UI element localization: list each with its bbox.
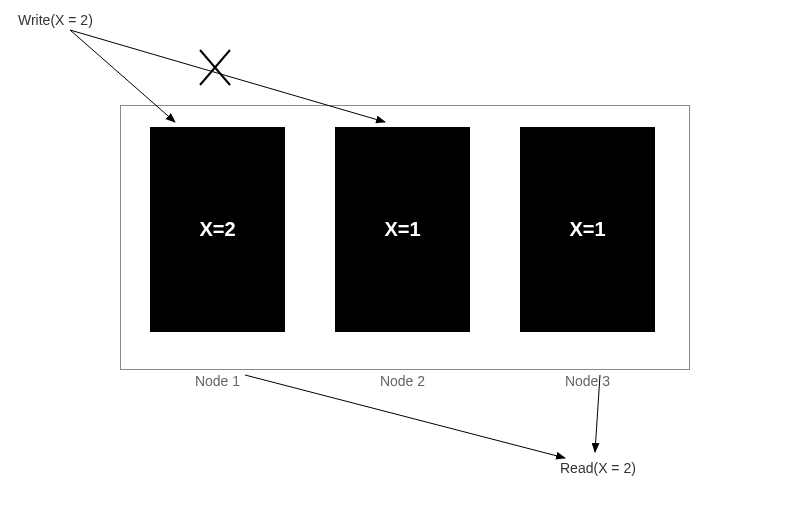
svg-line-3 xyxy=(200,50,230,85)
node-3-value: X=1 xyxy=(569,218,605,241)
read-label: Read(X = 2) xyxy=(560,460,636,476)
node-2-label: Node 2 xyxy=(335,373,470,389)
node-2-value: X=1 xyxy=(384,218,420,241)
write-label: Write(X = 2) xyxy=(18,12,93,28)
node-1: X=2 xyxy=(150,127,285,332)
node-3: X=1 xyxy=(520,127,655,332)
node-3-label: Node 3 xyxy=(520,373,655,389)
node-1-label: Node 1 xyxy=(150,373,285,389)
node-1-value: X=2 xyxy=(199,218,235,241)
node-2: X=1 xyxy=(335,127,470,332)
svg-line-4 xyxy=(200,50,230,85)
